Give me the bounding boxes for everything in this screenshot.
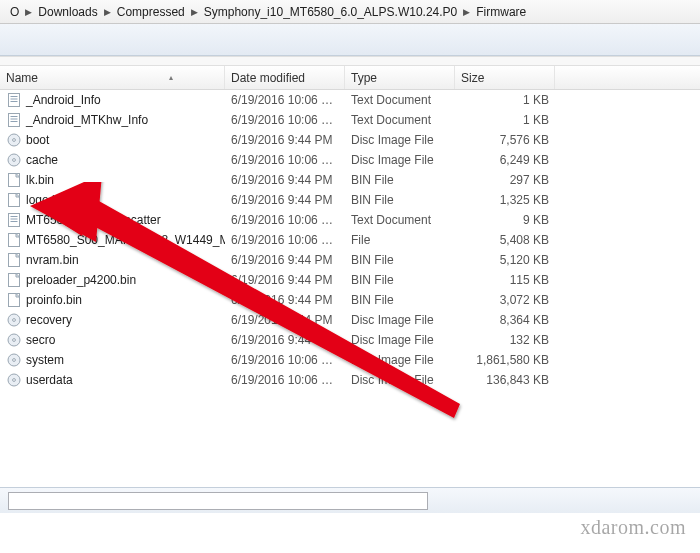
file-type: Text Document — [345, 113, 455, 127]
file-icon — [6, 252, 22, 268]
file-type: Disc Image File — [345, 313, 455, 327]
file-size: 1,861,580 KB — [455, 353, 555, 367]
file-icon — [6, 232, 22, 248]
file-date: 6/19/2016 9:44 PM — [225, 293, 345, 307]
file-icon — [6, 152, 22, 168]
svg-point-25 — [13, 339, 16, 342]
file-date: 6/19/2016 9:44 PM — [225, 133, 345, 147]
breadcrumb-segment[interactable]: Downloads — [32, 1, 103, 23]
bottom-input[interactable] — [8, 492, 428, 510]
file-name: boot — [26, 133, 49, 147]
chevron-right-icon: ▶ — [25, 7, 32, 17]
column-headers: Name ▴ Date modified Type Size — [0, 66, 700, 90]
table-row[interactable]: boot6/19/2016 9:44 PMDisc Image File7,57… — [0, 130, 700, 150]
file-size: 136,843 KB — [455, 373, 555, 387]
file-date: 6/19/2016 10:06 PM — [225, 153, 345, 167]
svg-point-23 — [13, 319, 16, 322]
svg-point-11 — [13, 159, 16, 162]
chevron-right-icon: ▶ — [104, 7, 111, 17]
file-type: BIN File — [345, 273, 455, 287]
file-name-cell[interactable]: recovery — [0, 312, 225, 328]
file-icon — [6, 312, 22, 328]
header-date[interactable]: Date modified — [225, 66, 345, 89]
header-size[interactable]: Size — [455, 66, 555, 89]
table-row[interactable]: nvram.bin6/19/2016 9:44 PMBIN File5,120 … — [0, 250, 700, 270]
file-name-cell[interactable]: secro — [0, 332, 225, 348]
file-icon — [6, 172, 22, 188]
file-icon — [6, 92, 22, 108]
file-size: 1 KB — [455, 113, 555, 127]
file-name: userdata — [26, 373, 73, 387]
file-date: 6/19/2016 9:44 PM — [225, 273, 345, 287]
svg-rect-4 — [9, 114, 20, 127]
breadcrumb-segment[interactable]: O — [4, 1, 25, 23]
file-date: 6/19/2016 10:06 PM — [225, 373, 345, 387]
file-type: Disc Image File — [345, 353, 455, 367]
file-type: Text Document — [345, 213, 455, 227]
file-name-cell[interactable]: _Android_MTKhw_Info — [0, 112, 225, 128]
file-name: lk.bin — [26, 173, 54, 187]
chevron-right-icon: ▶ — [191, 7, 198, 17]
table-row[interactable]: recovery6/19/2016 9:44 PMDisc Image File… — [0, 310, 700, 330]
file-size: 5,120 KB — [455, 253, 555, 267]
table-row[interactable]: MT6580_Android_scatter6/19/2016 10:06 PM… — [0, 210, 700, 230]
file-name-cell[interactable]: _Android_Info — [0, 92, 225, 108]
file-name-cell[interactable]: nvram.bin — [0, 252, 225, 268]
breadcrumb-segment[interactable]: Symphony_i10_MT6580_6.0_ALPS.W10.24.P0 — [198, 1, 464, 23]
file-name: preloader_p4200.bin — [26, 273, 136, 287]
table-row[interactable]: preloader_p4200.bin6/19/2016 9:44 PMBIN … — [0, 270, 700, 290]
file-name-cell[interactable]: logo.bin — [0, 192, 225, 208]
file-type: File — [345, 233, 455, 247]
file-size: 8,364 KB — [455, 313, 555, 327]
file-name-cell[interactable]: boot — [0, 132, 225, 148]
table-row[interactable]: system6/19/2016 10:06 PMDisc Image File1… — [0, 350, 700, 370]
file-name-cell[interactable]: MT6580_S00_MAIN_WR8_W1449_MD_W... — [0, 232, 225, 248]
file-date: 6/19/2016 10:06 PM — [225, 353, 345, 367]
separator — [0, 56, 700, 66]
svg-point-27 — [13, 359, 16, 362]
table-row[interactable]: MT6580_S00_MAIN_WR8_W1449_MD_W...6/19/20… — [0, 230, 700, 250]
header-name[interactable]: Name ▴ — [0, 66, 225, 89]
svg-rect-0 — [9, 94, 20, 107]
file-name-cell[interactable]: preloader_p4200.bin — [0, 272, 225, 288]
file-name: recovery — [26, 313, 72, 327]
file-name: logo.bin — [26, 193, 68, 207]
file-date: 6/19/2016 10:06 PM — [225, 213, 345, 227]
file-name: MT6580_S00_MAIN_WR8_W1449_MD_W... — [26, 233, 225, 247]
table-row[interactable]: userdata6/19/2016 10:06 PMDisc Image Fil… — [0, 370, 700, 390]
file-name-cell[interactable]: system — [0, 352, 225, 368]
table-row[interactable]: cache6/19/2016 10:06 PMDisc Image File6,… — [0, 150, 700, 170]
file-size: 1 KB — [455, 93, 555, 107]
file-size: 7,576 KB — [455, 133, 555, 147]
file-name-cell[interactable]: MT6580_Android_scatter — [0, 212, 225, 228]
file-name-cell[interactable]: userdata — [0, 372, 225, 388]
table-row[interactable]: _Android_Info6/19/2016 10:06 PMText Docu… — [0, 90, 700, 110]
header-type[interactable]: Type — [345, 66, 455, 89]
watermark: xdarom.com — [580, 516, 686, 539]
file-type: BIN File — [345, 253, 455, 267]
file-name-cell[interactable]: cache — [0, 152, 225, 168]
file-type: Disc Image File — [345, 153, 455, 167]
table-row[interactable]: _Android_MTKhw_Info6/19/2016 10:06 PMTex… — [0, 110, 700, 130]
file-name: nvram.bin — [26, 253, 79, 267]
breadcrumb[interactable]: O▶Downloads▶Compressed▶Symphony_i10_MT65… — [0, 0, 700, 24]
file-name-cell[interactable]: proinfo.bin — [0, 292, 225, 308]
file-date: 6/19/2016 10:06 PM — [225, 113, 345, 127]
file-icon — [6, 372, 22, 388]
file-size: 6,249 KB — [455, 153, 555, 167]
file-name: cache — [26, 153, 58, 167]
file-size: 297 KB — [455, 173, 555, 187]
file-icon — [6, 332, 22, 348]
file-name-cell[interactable]: lk.bin — [0, 172, 225, 188]
file-icon — [6, 292, 22, 308]
file-date: 6/19/2016 9:44 PM — [225, 313, 345, 327]
file-name: _Android_Info — [26, 93, 101, 107]
file-type: Disc Image File — [345, 373, 455, 387]
breadcrumb-segment[interactable]: Compressed — [111, 1, 191, 23]
table-row[interactable]: proinfo.bin6/19/2016 9:44 PMBIN File3,07… — [0, 290, 700, 310]
table-row[interactable]: secro6/19/2016 9:44 PMDisc Image File132… — [0, 330, 700, 350]
file-icon — [6, 132, 22, 148]
table-row[interactable]: lk.bin6/19/2016 9:44 PMBIN File297 KB — [0, 170, 700, 190]
breadcrumb-segment[interactable]: Firmware — [470, 1, 532, 23]
table-row[interactable]: logo.bin6/19/2016 9:44 PMBIN File1,325 K… — [0, 190, 700, 210]
